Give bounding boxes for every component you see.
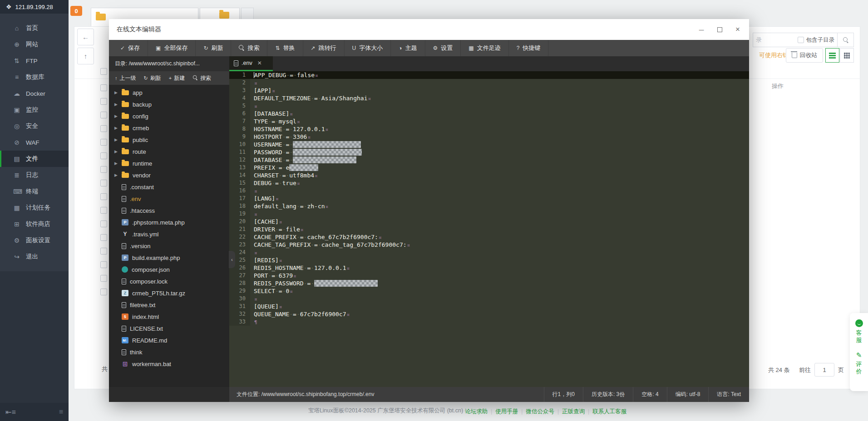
recycle-bin-button[interactable]: 回收站 [786, 48, 823, 63]
code-line-14[interactable]: 14CHARSET·=·utf8mb4¤ [229, 171, 749, 179]
tree-folder-backup[interactable]: ▶backup [109, 98, 229, 110]
tree-file-filetree.txt[interactable]: filetree.txt [109, 299, 229, 311]
tree-file-.env[interactable]: .env [109, 193, 229, 205]
tree-file-.version[interactable]: .version [109, 240, 229, 252]
code-line-8[interactable]: 8HOSTNAME·=·127.0.0.1¤ [229, 125, 749, 133]
footer-link[interactable]: 联系人工客服 [592, 408, 626, 415]
back-button[interactable]: ← [77, 29, 94, 45]
tree-file-composer.json[interactable]: composer.json [109, 264, 229, 275]
tree-file-index.html[interactable]: 5index.html [109, 311, 229, 323]
include-subdir-checkbox[interactable] [798, 37, 804, 43]
tree-file-README.md[interactable]: M↓README.md [109, 334, 229, 346]
row-checkbox[interactable] [100, 166, 107, 173]
code-line-24[interactable]: 24¤ [229, 249, 749, 256]
collapse-sidebar-icon[interactable]: ⇤≡ [5, 408, 16, 416]
row-checkbox[interactable] [100, 139, 107, 146]
menu-list-icon[interactable]: ≡ [59, 408, 63, 416]
tree-action-plus[interactable]: +新建 [169, 74, 185, 82]
code-editor[interactable]: 1APP_DEBUG·=·false¤2¤3[APP]¤4DEFAULT_TIM… [229, 71, 749, 387]
sidebar-item-cron[interactable]: ▦计划任务 [0, 200, 69, 216]
sidebar-item-terminal[interactable]: ⌨终端 [0, 183, 69, 200]
server-header[interactable]: ❖ 121.89.199.28 [0, 0, 69, 14]
code-line-17[interactable]: 17[LANG]¤ [229, 195, 749, 202]
sidebar-item-docker[interactable]: ☁Docker [0, 85, 69, 102]
status-segment[interactable]: 行1，列0 [544, 387, 583, 402]
tree-file-crmeb_PT5Lh.tar.gz[interactable]: Zcrmeb_PT5Lh.tar.gz [109, 287, 229, 299]
row-checkbox[interactable] [100, 112, 107, 118]
sidebar-item-ftp[interactable]: ⇅FTP [0, 53, 69, 69]
select-all-checkbox[interactable] [100, 68, 107, 75]
status-segment[interactable]: 编码: utf-8 [667, 387, 709, 402]
row-checkbox[interactable] [100, 84, 107, 91]
footer-link[interactable]: 正版查询 [562, 408, 585, 415]
code-line-5[interactable]: 5¤ [229, 102, 749, 110]
status-segment[interactable]: 历史版本: 3份 [583, 387, 633, 402]
footer-link[interactable]: 微信公众号 [526, 408, 554, 415]
code-line-23[interactable]: 23CACHE_TAG_PREFIX·=·cache_tag_67c7b2f69… [229, 241, 749, 249]
row-checkbox[interactable] [100, 180, 107, 186]
code-line-27[interactable]: 27PORT·=·6379¤ [229, 272, 749, 279]
grid-view-button[interactable] [840, 48, 854, 63]
upload-button[interactable]: ↑ [77, 48, 94, 64]
tree-folder-route[interactable]: ▶route [109, 146, 229, 157]
tree-action-up[interactable]: ↑上一级 [115, 74, 136, 82]
code-line-19[interactable]: 19¤ [229, 210, 749, 218]
tree-folder-public[interactable]: ▶public [109, 134, 229, 146]
caret-icon[interactable]: ▶ [114, 173, 118, 177]
rate-label[interactable]: 评价 [856, 361, 862, 375]
page-number-input[interactable]: 1 [814, 363, 834, 377]
list-view-button[interactable] [825, 48, 839, 63]
file-search-input[interactable]: 录 包含子目录 [753, 33, 838, 47]
sidebar-item-monitor[interactable]: ▣监控 [0, 102, 69, 118]
sidebar-item-website[interactable]: ⊕网站 [0, 36, 69, 53]
code-line-9[interactable]: 9HOSTPORT·=·3306¤ [229, 133, 749, 141]
toolbar-footprint-button[interactable]: ▦文件足迹 [461, 40, 508, 56]
sidebar-item-database[interactable]: ≡数据库 [0, 69, 69, 85]
code-line-12[interactable]: 12DATABASE·=· [229, 156, 749, 164]
tree-folder-app[interactable]: ▶app [109, 87, 229, 98]
sidebar-item-home[interactable]: ⌂首页 [0, 20, 69, 36]
code-line-15[interactable]: 15DEBUG·=·true¤ [229, 179, 749, 187]
row-checkbox[interactable] [100, 289, 107, 295]
toolbar-theme-button[interactable]: ◑主题 [391, 40, 425, 56]
row-checkbox[interactable] [100, 261, 107, 268]
sidebar-item-security[interactable]: ◎安全 [0, 118, 69, 134]
code-line-4[interactable]: 4DEFAULT_TIMEZONE·=·Asia/Shanghai¤ [229, 94, 749, 102]
toolbar-save-button[interactable]: ✓保存 [113, 40, 148, 56]
toolbar-search-button[interactable]: 搜索 [231, 40, 267, 56]
row-checkbox[interactable] [100, 220, 107, 227]
code-line-26[interactable]: 26REDIS_HOSTNAME·=·127.0.0.1¤ [229, 264, 749, 272]
tree-folder-config[interactable]: ▶config [109, 110, 229, 122]
code-line-30[interactable]: 30¤ [229, 295, 749, 303]
code-line-7[interactable]: 7TYPE·=·mysql¤ [229, 117, 749, 125]
tab-env[interactable]: .env ✕ [229, 56, 273, 71]
code-line-6[interactable]: 6[DATABASE]¤ [229, 110, 749, 117]
customer-service-icon[interactable] [855, 319, 863, 327]
tree-folder-runtime[interactable]: ▶runtime [109, 157, 229, 169]
status-segment[interactable]: 空格: 4 [633, 387, 666, 402]
tree-file-LICENSE.txt[interactable]: LICENSE.txt [109, 323, 229, 334]
toolbar-replace-button[interactable]: ⇅替换 [267, 40, 303, 56]
code-line-10[interactable]: 10USERNAME·=· [229, 141, 749, 148]
caret-icon[interactable]: ▶ [114, 90, 118, 95]
toolbar-settings-button[interactable]: ⚙设置 [425, 40, 461, 56]
caret-icon[interactable]: ▶ [114, 126, 118, 130]
code-line-25[interactable]: 25[REDIS]¤ [229, 256, 749, 264]
row-checkbox[interactable] [100, 275, 107, 282]
tree-file-build.example.php[interactable]: Pbuild.example.php [109, 252, 229, 264]
toolbar-hotkeys-button[interactable]: ?快捷键 [509, 40, 549, 56]
tree-file-.travis.yml[interactable]: Y.travis.yml [109, 228, 229, 240]
tree-file-.htaccess[interactable]: .htaccess [109, 205, 229, 216]
tree-file-workerman.bat[interactable]: ⊞workerman.bat [109, 358, 229, 370]
sidebar-item-appstore[interactable]: ⊞软件商店 [0, 216, 69, 232]
tab-close-icon[interactable]: ✕ [257, 60, 262, 66]
code-line-3[interactable]: 3[APP]¤ [229, 87, 749, 94]
code-line-11[interactable]: 11PASSWORD·=· [229, 148, 749, 156]
rate-pencil-icon[interactable]: ✎ [856, 351, 862, 359]
message-count-badge[interactable]: 0 [70, 6, 82, 16]
code-line-29[interactable]: 29SELECT·=·0¤ [229, 287, 749, 295]
code-line-16[interactable]: 16¤ [229, 187, 749, 195]
sidebar-item-files[interactable]: ▤文件 [0, 151, 69, 167]
minimize-icon[interactable]: ─ [697, 26, 705, 34]
code-line-33[interactable]: 33¶ [229, 318, 749, 326]
